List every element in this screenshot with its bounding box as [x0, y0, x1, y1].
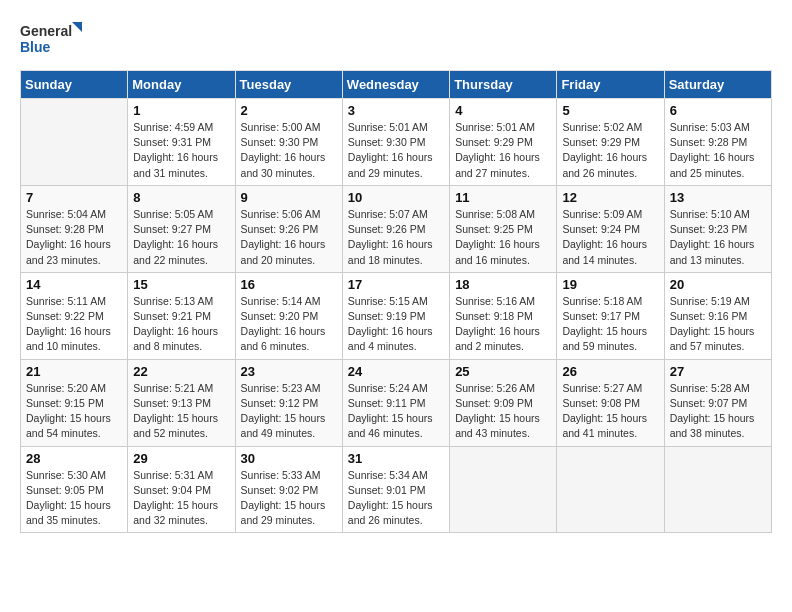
day-info: Sunrise: 5:30 AM Sunset: 9:05 PM Dayligh…	[26, 468, 122, 529]
day-number: 24	[348, 364, 444, 379]
day-number: 20	[670, 277, 766, 292]
day-number: 4	[455, 103, 551, 118]
day-cell: 3Sunrise: 5:01 AM Sunset: 9:30 PM Daylig…	[342, 99, 449, 186]
week-row-3: 14Sunrise: 5:11 AM Sunset: 9:22 PM Dayli…	[21, 272, 772, 359]
day-info: Sunrise: 5:15 AM Sunset: 9:19 PM Dayligh…	[348, 294, 444, 355]
day-number: 1	[133, 103, 229, 118]
day-number: 15	[133, 277, 229, 292]
day-cell: 27Sunrise: 5:28 AM Sunset: 9:07 PM Dayli…	[664, 359, 771, 446]
day-cell: 12Sunrise: 5:09 AM Sunset: 9:24 PM Dayli…	[557, 185, 664, 272]
day-number: 3	[348, 103, 444, 118]
day-cell: 2Sunrise: 5:00 AM Sunset: 9:30 PM Daylig…	[235, 99, 342, 186]
day-info: Sunrise: 5:27 AM Sunset: 9:08 PM Dayligh…	[562, 381, 658, 442]
day-info: Sunrise: 5:33 AM Sunset: 9:02 PM Dayligh…	[241, 468, 337, 529]
day-cell	[450, 446, 557, 533]
day-number: 9	[241, 190, 337, 205]
day-cell: 11Sunrise: 5:08 AM Sunset: 9:25 PM Dayli…	[450, 185, 557, 272]
day-cell: 31Sunrise: 5:34 AM Sunset: 9:01 PM Dayli…	[342, 446, 449, 533]
day-info: Sunrise: 5:11 AM Sunset: 9:22 PM Dayligh…	[26, 294, 122, 355]
day-cell: 28Sunrise: 5:30 AM Sunset: 9:05 PM Dayli…	[21, 446, 128, 533]
day-info: Sunrise: 5:10 AM Sunset: 9:23 PM Dayligh…	[670, 207, 766, 268]
day-cell: 29Sunrise: 5:31 AM Sunset: 9:04 PM Dayli…	[128, 446, 235, 533]
weekday-header-thursday: Thursday	[450, 71, 557, 99]
svg-marker-2	[72, 22, 82, 32]
page-header: GeneralBlue	[20, 20, 772, 60]
day-cell: 30Sunrise: 5:33 AM Sunset: 9:02 PM Dayli…	[235, 446, 342, 533]
day-cell: 19Sunrise: 5:18 AM Sunset: 9:17 PM Dayli…	[557, 272, 664, 359]
day-cell: 23Sunrise: 5:23 AM Sunset: 9:12 PM Dayli…	[235, 359, 342, 446]
day-cell: 14Sunrise: 5:11 AM Sunset: 9:22 PM Dayli…	[21, 272, 128, 359]
day-cell: 16Sunrise: 5:14 AM Sunset: 9:20 PM Dayli…	[235, 272, 342, 359]
day-number: 27	[670, 364, 766, 379]
day-number: 14	[26, 277, 122, 292]
day-info: Sunrise: 5:02 AM Sunset: 9:29 PM Dayligh…	[562, 120, 658, 181]
day-number: 10	[348, 190, 444, 205]
day-info: Sunrise: 5:01 AM Sunset: 9:30 PM Dayligh…	[348, 120, 444, 181]
day-cell: 15Sunrise: 5:13 AM Sunset: 9:21 PM Dayli…	[128, 272, 235, 359]
day-info: Sunrise: 5:05 AM Sunset: 9:27 PM Dayligh…	[133, 207, 229, 268]
day-cell: 13Sunrise: 5:10 AM Sunset: 9:23 PM Dayli…	[664, 185, 771, 272]
day-number: 25	[455, 364, 551, 379]
day-number: 21	[26, 364, 122, 379]
day-info: Sunrise: 5:01 AM Sunset: 9:29 PM Dayligh…	[455, 120, 551, 181]
weekday-header-monday: Monday	[128, 71, 235, 99]
weekday-header-friday: Friday	[557, 71, 664, 99]
weekday-header-wednesday: Wednesday	[342, 71, 449, 99]
day-info: Sunrise: 5:31 AM Sunset: 9:04 PM Dayligh…	[133, 468, 229, 529]
day-number: 13	[670, 190, 766, 205]
day-info: Sunrise: 5:00 AM Sunset: 9:30 PM Dayligh…	[241, 120, 337, 181]
day-info: Sunrise: 5:13 AM Sunset: 9:21 PM Dayligh…	[133, 294, 229, 355]
day-cell: 4Sunrise: 5:01 AM Sunset: 9:29 PM Daylig…	[450, 99, 557, 186]
day-info: Sunrise: 4:59 AM Sunset: 9:31 PM Dayligh…	[133, 120, 229, 181]
svg-text:Blue: Blue	[20, 39, 51, 55]
day-info: Sunrise: 5:16 AM Sunset: 9:18 PM Dayligh…	[455, 294, 551, 355]
day-cell: 1Sunrise: 4:59 AM Sunset: 9:31 PM Daylig…	[128, 99, 235, 186]
day-cell: 9Sunrise: 5:06 AM Sunset: 9:26 PM Daylig…	[235, 185, 342, 272]
day-number: 17	[348, 277, 444, 292]
day-cell: 17Sunrise: 5:15 AM Sunset: 9:19 PM Dayli…	[342, 272, 449, 359]
day-info: Sunrise: 5:34 AM Sunset: 9:01 PM Dayligh…	[348, 468, 444, 529]
logo: GeneralBlue	[20, 20, 100, 60]
day-info: Sunrise: 5:20 AM Sunset: 9:15 PM Dayligh…	[26, 381, 122, 442]
day-number: 8	[133, 190, 229, 205]
day-info: Sunrise: 5:21 AM Sunset: 9:13 PM Dayligh…	[133, 381, 229, 442]
day-number: 12	[562, 190, 658, 205]
day-info: Sunrise: 5:23 AM Sunset: 9:12 PM Dayligh…	[241, 381, 337, 442]
day-info: Sunrise: 5:03 AM Sunset: 9:28 PM Dayligh…	[670, 120, 766, 181]
day-number: 2	[241, 103, 337, 118]
week-row-5: 28Sunrise: 5:30 AM Sunset: 9:05 PM Dayli…	[21, 446, 772, 533]
week-row-1: 1Sunrise: 4:59 AM Sunset: 9:31 PM Daylig…	[21, 99, 772, 186]
week-row-2: 7Sunrise: 5:04 AM Sunset: 9:28 PM Daylig…	[21, 185, 772, 272]
day-info: Sunrise: 5:19 AM Sunset: 9:16 PM Dayligh…	[670, 294, 766, 355]
day-cell	[664, 446, 771, 533]
day-info: Sunrise: 5:28 AM Sunset: 9:07 PM Dayligh…	[670, 381, 766, 442]
day-number: 16	[241, 277, 337, 292]
day-number: 11	[455, 190, 551, 205]
day-info: Sunrise: 5:09 AM Sunset: 9:24 PM Dayligh…	[562, 207, 658, 268]
day-cell	[557, 446, 664, 533]
weekday-header-sunday: Sunday	[21, 71, 128, 99]
day-cell: 18Sunrise: 5:16 AM Sunset: 9:18 PM Dayli…	[450, 272, 557, 359]
weekday-header-row: SundayMondayTuesdayWednesdayThursdayFrid…	[21, 71, 772, 99]
day-cell: 22Sunrise: 5:21 AM Sunset: 9:13 PM Dayli…	[128, 359, 235, 446]
weekday-header-saturday: Saturday	[664, 71, 771, 99]
day-cell: 26Sunrise: 5:27 AM Sunset: 9:08 PM Dayli…	[557, 359, 664, 446]
calendar-table: SundayMondayTuesdayWednesdayThursdayFrid…	[20, 70, 772, 533]
day-number: 6	[670, 103, 766, 118]
logo-icon: GeneralBlue	[20, 20, 100, 60]
day-cell: 10Sunrise: 5:07 AM Sunset: 9:26 PM Dayli…	[342, 185, 449, 272]
day-number: 18	[455, 277, 551, 292]
day-number: 30	[241, 451, 337, 466]
svg-text:General: General	[20, 23, 72, 39]
day-number: 19	[562, 277, 658, 292]
day-number: 29	[133, 451, 229, 466]
day-number: 26	[562, 364, 658, 379]
day-number: 31	[348, 451, 444, 466]
day-info: Sunrise: 5:18 AM Sunset: 9:17 PM Dayligh…	[562, 294, 658, 355]
day-cell: 24Sunrise: 5:24 AM Sunset: 9:11 PM Dayli…	[342, 359, 449, 446]
day-info: Sunrise: 5:26 AM Sunset: 9:09 PM Dayligh…	[455, 381, 551, 442]
day-number: 28	[26, 451, 122, 466]
day-info: Sunrise: 5:24 AM Sunset: 9:11 PM Dayligh…	[348, 381, 444, 442]
day-cell: 5Sunrise: 5:02 AM Sunset: 9:29 PM Daylig…	[557, 99, 664, 186]
weekday-header-tuesday: Tuesday	[235, 71, 342, 99]
